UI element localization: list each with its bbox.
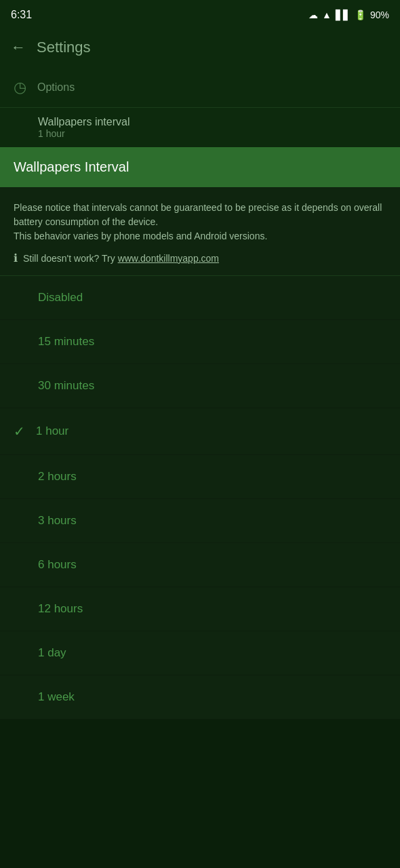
option-item[interactable]: 3 hours [0,499,400,543]
options-label: Options [37,81,75,94]
option-label: 1 day [38,646,66,660]
check-icon: ✓ [14,423,25,439]
status-icons: ☁ ▲ ▋▋ 🔋 90% [308,9,389,20]
option-label: 6 hours [38,558,77,572]
interval-options-list: Disabled15 minutes30 minutes✓1 hour2 hou… [0,276,400,719]
info-icon: ℹ [14,252,18,264]
option-label: Disabled [38,291,83,304]
options-icon: ◷ [14,79,26,96]
option-label: 2 hours [38,470,77,484]
status-time: 6:31 [11,9,32,21]
wifi-icon: ▲ [322,9,332,20]
notice-link-text: Still doesn't work? Try www.dontkillmyap… [23,253,219,264]
option-label: 3 hours [38,514,77,528]
option-label: 1 hour [36,425,68,438]
option-item[interactable]: 2 hours [0,455,400,499]
option-item[interactable]: 6 hours [0,543,400,587]
option-item[interactable]: 1 day [0,631,400,675]
notice-link-row: ℹ Still doesn't work? Try www.dontkillmy… [14,252,386,264]
status-bar: 6:31 ☁ ▲ ▋▋ 🔋 90% [0,0,400,27]
dontkillmyapp-link[interactable]: www.dontkillmyapp.com [118,253,219,264]
dialog-header: Wallpapers Interval [0,147,400,187]
wallpaper-interval-setting[interactable]: Wallpapers interval 1 hour [0,108,400,147]
option-item[interactable]: 15 minutes [0,320,400,364]
battery-percent: 90% [370,9,389,20]
option-item[interactable]: ✓1 hour [0,408,400,455]
notice-text: Please notice that intervals cannot be g… [14,201,386,243]
wallpaper-interval-value: 1 hour [38,128,386,139]
link-prefix: Still doesn't work? Try [23,253,115,264]
dialog-content: Please notice that intervals cannot be g… [0,187,400,719]
option-label: 12 hours [38,602,83,616]
option-label: 1 week [38,690,75,704]
page-title: Settings [37,39,91,56]
dialog-notice: Please notice that intervals cannot be g… [0,187,400,276]
option-item[interactable]: 1 week [0,675,400,719]
signal-icon: ▋▋ [336,9,351,20]
option-item[interactable]: 30 minutes [0,364,400,408]
dialog-title: Wallpapers Interval [14,159,129,174]
option-item[interactable]: 12 hours [0,587,400,631]
top-bar: ← Settings [0,27,400,68]
settings-section-options: ◷ Options [0,68,400,108]
option-label: 15 minutes [38,335,94,349]
wallpaper-interval-title: Wallpapers interval [38,116,386,128]
option-label: 30 minutes [38,379,94,393]
option-item[interactable]: Disabled [0,276,400,320]
cloud-icon: ☁ [308,9,318,20]
back-button[interactable]: ← [11,39,26,56]
battery-icon: 🔋 [355,9,366,20]
